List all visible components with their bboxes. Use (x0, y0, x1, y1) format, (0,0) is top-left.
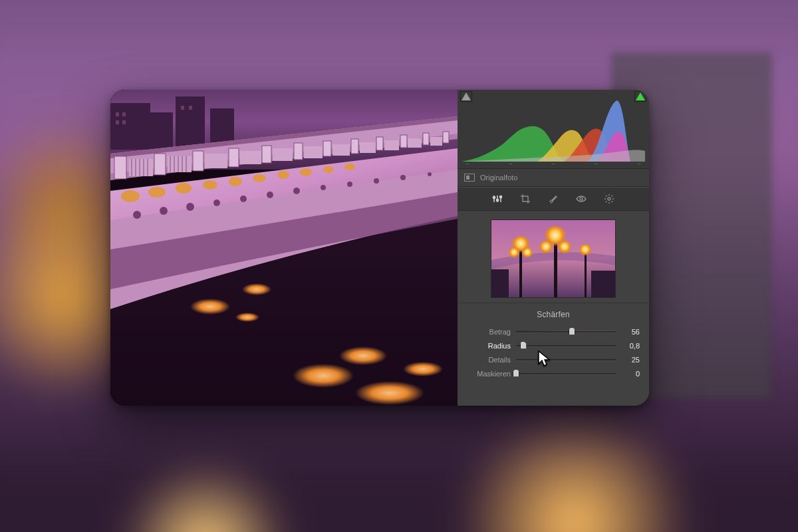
svg-point-86 (521, 247, 533, 259)
slider-knob[interactable] (513, 369, 519, 377)
slider-radius[interactable]: Radius0,8 (467, 338, 640, 352)
panel-title: Schärfen (467, 310, 640, 319)
slider-track[interactable] (516, 344, 616, 348)
radial-icon[interactable] (604, 194, 614, 204)
slider-value: 56 (621, 328, 640, 336)
tool-strip (458, 187, 649, 211)
slider-value: 0,8 (621, 342, 640, 350)
histogram-ticks: –– –– – (458, 160, 649, 167)
svg-point-90 (557, 241, 572, 255)
slider-track[interactable] (516, 358, 616, 362)
slider-details[interactable]: Details25 (467, 352, 640, 366)
before-after-icon (464, 174, 475, 182)
svg-point-89 (539, 241, 553, 255)
brush-icon[interactable] (548, 194, 559, 204)
sliders-icon[interactable] (492, 194, 503, 204)
slider-value: 0 (621, 370, 640, 378)
slider-label: Betrag (467, 328, 511, 336)
svg-rect-81 (491, 269, 509, 297)
originalfoto-toggle[interactable]: Originalfoto (458, 169, 649, 187)
crop-icon[interactable] (520, 194, 531, 204)
slider-value: 25 (621, 356, 640, 364)
slider-label: Radius (467, 342, 511, 350)
svg-point-85 (508, 247, 520, 259)
histogram[interactable]: –– –– – (458, 90, 649, 169)
editor-window: –– –– – Originalfoto (110, 90, 649, 406)
image-preview[interactable] (110, 90, 458, 406)
svg-point-78 (580, 198, 583, 200)
slider-label: Maskieren (467, 370, 511, 378)
slider-maskieren[interactable]: Maskieren0 (467, 366, 640, 380)
svg-point-79 (608, 198, 610, 200)
detail-thumbnail[interactable] (491, 220, 615, 297)
slider-knob[interactable] (520, 341, 527, 349)
slider-track[interactable] (516, 372, 616, 376)
slider-label: Details (467, 356, 511, 364)
slider-knob[interactable] (538, 355, 545, 363)
svg-point-92 (579, 244, 592, 257)
eye-icon[interactable] (576, 194, 587, 204)
slider-betrag[interactable]: Betrag56 (467, 325, 640, 338)
slider-track[interactable] (516, 330, 616, 334)
develop-sidebar: –– –– – Originalfoto (458, 90, 649, 406)
originalfoto-label: Originalfoto (480, 174, 517, 182)
slider-knob[interactable] (569, 327, 575, 335)
sharpen-panel: Schärfen Betrag56Radius0,8Details25Maski… (458, 303, 649, 406)
detail-thumbnail-wrap (458, 211, 649, 303)
svg-rect-82 (591, 271, 615, 297)
svg-rect-74 (110, 90, 458, 406)
svg-rect-91 (585, 252, 587, 297)
